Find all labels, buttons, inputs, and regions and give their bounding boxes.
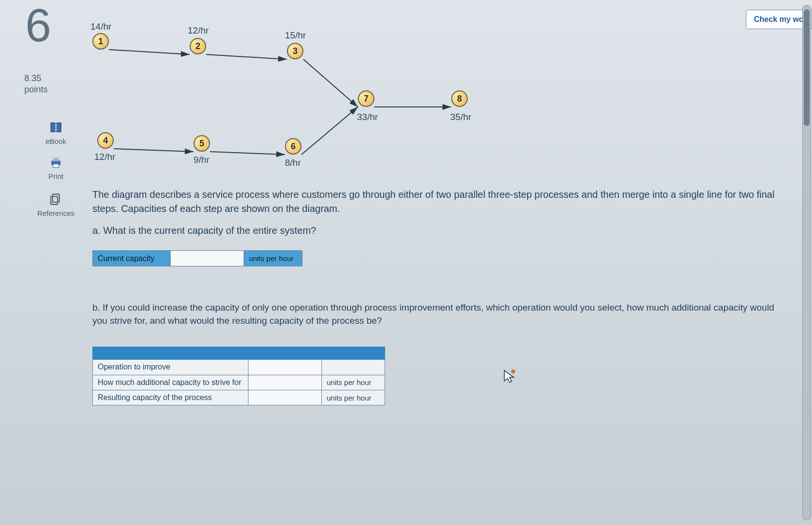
b-row-1-input[interactable] <box>248 376 321 389</box>
svg-rect-1 <box>53 158 59 161</box>
diagram-description: The diagram describes a service process … <box>92 188 793 216</box>
print-label: Print <box>49 172 64 180</box>
svg-rect-2 <box>53 164 59 168</box>
node-6: 6 <box>285 138 301 155</box>
part-b-table: Operation to improveHow much additional … <box>92 347 385 405</box>
node-4-capacity: 12/hr <box>94 152 115 162</box>
current-capacity-unit: units per hour <box>244 251 302 266</box>
diagram-edges <box>88 19 583 175</box>
node-8: 8 <box>451 90 468 107</box>
svg-line-6 <box>206 54 287 59</box>
svg-line-8 <box>210 152 285 155</box>
scrollbar-thumb[interactable] <box>804 9 810 126</box>
b-row-0-input[interactable] <box>248 361 321 373</box>
current-capacity-label: Current capacity <box>93 251 171 266</box>
points-word: points <box>24 85 48 94</box>
process-diagram: 114/hr212/hr315/hr412/hr59/hr68/hr733/hr… <box>88 19 583 165</box>
node-5: 5 <box>194 135 210 152</box>
b-row-1-label: How much additional capacity to strive f… <box>93 375 248 390</box>
node-7-capacity: 33/hr <box>357 112 378 122</box>
b-row-2-unit: units per hour <box>322 390 385 405</box>
ebook-label: eBook <box>46 137 67 145</box>
node-7: 7 <box>358 90 374 107</box>
svg-line-5 <box>109 50 190 54</box>
node-6-capacity: 8/hr <box>285 158 301 168</box>
current-capacity-input[interactable] <box>171 252 244 265</box>
node-4: 4 <box>97 132 114 149</box>
node-1-capacity: 14/hr <box>90 21 111 32</box>
svg-line-7 <box>114 149 194 152</box>
part-b-prompt: b. If you could increase the capacity of… <box>92 301 783 327</box>
copy-icon <box>49 192 63 206</box>
node-3: 3 <box>287 43 303 59</box>
references-tool[interactable]: References <box>29 192 83 217</box>
b-row-2-label: Resulting capacity of the process <box>93 390 248 405</box>
svg-line-9 <box>303 59 358 107</box>
node-5-capacity: 9/hr <box>194 155 210 165</box>
question-body: The diagram describes a service process … <box>92 188 793 266</box>
vertical-scrollbar[interactable] <box>802 5 811 520</box>
b-row-0-label: Operation to improve <box>93 360 248 375</box>
references-label: References <box>37 209 75 217</box>
node-8-capacity: 35/hr <box>450 112 471 122</box>
svg-line-10 <box>301 107 358 155</box>
print-tool[interactable]: Print <box>29 156 83 180</box>
book-icon <box>49 121 63 134</box>
points-value: 8.35 <box>24 73 41 83</box>
printer-icon <box>49 156 63 169</box>
svg-rect-4 <box>51 196 58 204</box>
node-1: 1 <box>92 33 109 50</box>
node-3-capacity: 15/hr <box>285 30 306 41</box>
b-row-0-unit <box>322 360 385 375</box>
part-b-section: b. If you could increase the capacity of… <box>92 301 783 405</box>
b-row-2-input[interactable] <box>248 391 321 404</box>
ebook-tool[interactable]: eBook <box>29 121 83 145</box>
points-label: 8.35 points <box>24 73 48 95</box>
question-number: 6 <box>25 2 51 49</box>
node-2: 2 <box>190 38 206 54</box>
part-a-prompt: a. What is the current capacity of the e… <box>92 224 793 238</box>
part-a-table: Current capacity units per hour <box>92 250 302 266</box>
node-2-capacity: 12/hr <box>188 25 209 36</box>
svg-rect-3 <box>53 194 59 202</box>
b-row-1-unit: units per hour <box>322 375 385 390</box>
